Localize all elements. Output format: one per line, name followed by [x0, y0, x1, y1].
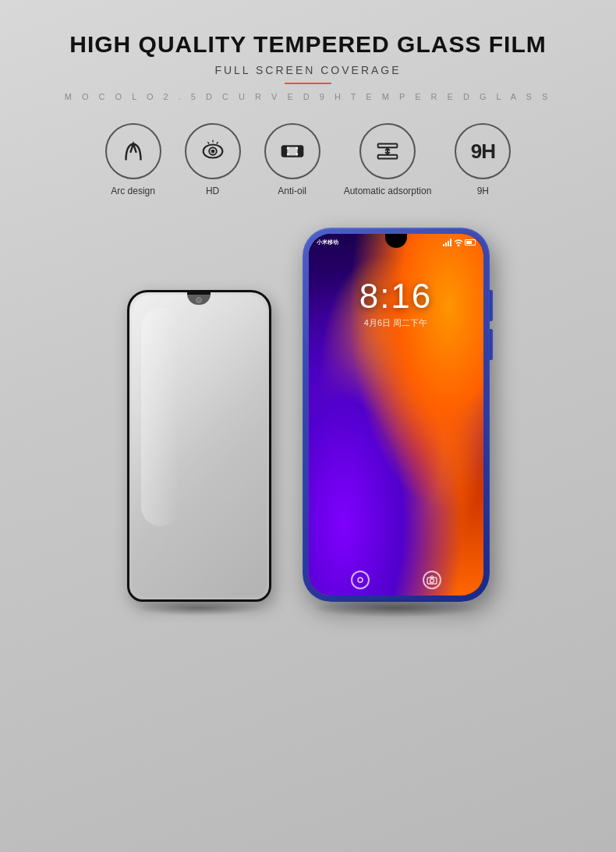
feature-circle-adsorption	[359, 123, 416, 179]
svg-line-4	[207, 142, 209, 143]
svg-line-5	[216, 142, 218, 143]
smartphone: 小米移动	[303, 228, 490, 602]
status-carrier: 小米移动	[317, 239, 338, 246]
glass-shape	[127, 290, 271, 602]
glass-shadow	[135, 600, 264, 616]
svg-rect-8	[297, 146, 303, 156]
phone-bottom-bar	[309, 571, 483, 589]
svg-rect-14	[378, 155, 398, 159]
main-title: HIGH QUALITY TEMPERED GLASS FILM	[69, 31, 546, 58]
svg-point-9	[287, 147, 289, 150]
svg-point-10	[287, 153, 289, 155]
feature-label-adsorption: Automatic adsorption	[344, 186, 432, 196]
glass-protector	[127, 290, 271, 602]
eye-icon	[198, 136, 228, 166]
svg-rect-13	[378, 144, 398, 148]
subtitle-underline	[285, 83, 331, 84]
feature-label-9h: 9H	[477, 186, 489, 196]
phone-body: 小米移动	[303, 228, 490, 602]
svg-rect-20	[450, 239, 451, 246]
9h-text-icon: 9H	[471, 140, 495, 164]
svg-point-2	[211, 150, 214, 154]
feature-label-arc: Arc design	[111, 186, 155, 196]
feature-adsorption: Automatic adsorption	[344, 123, 432, 196]
signal-icon	[443, 239, 452, 246]
time-display: 8:16	[309, 277, 483, 316]
battery-icon	[465, 239, 476, 246]
feature-anti-oil: Anti-oil	[264, 123, 320, 196]
feature-9h: 9H 9H	[455, 123, 511, 196]
feature-circle-hd	[185, 123, 241, 179]
feature-circle-9h: 9H	[455, 123, 511, 179]
phone-camera-icon	[423, 571, 441, 589]
feature-label-anti: Anti-oil	[278, 186, 306, 196]
svg-rect-18	[445, 242, 447, 246]
features-row: Arc design HD	[105, 123, 512, 196]
phone-screen: 小米移动	[309, 234, 483, 596]
feature-arc-design: Arc design	[105, 123, 161, 196]
phone-time: 8:16 4月6日 周二下午	[309, 277, 483, 329]
svg-point-11	[296, 147, 298, 150]
subtitle: FULL SCREEN COVERAGE	[214, 64, 401, 76]
phone-volume-up-button	[490, 290, 493, 321]
phone-shadow	[310, 599, 482, 617]
phones-area: 小米移动	[127, 228, 490, 602]
adsorption-icon	[373, 136, 402, 166]
phone-volume-down-button	[490, 329, 493, 360]
svg-point-22	[358, 578, 363, 582]
feature-circle-anti	[264, 123, 320, 179]
svg-rect-25	[430, 576, 434, 578]
phone-home-icon	[351, 571, 370, 589]
page-container: HIGH QUALITY TEMPERED GLASS FILM FULL SC…	[0, 0, 616, 852]
feature-hd: HD	[185, 123, 241, 196]
glass-highlight	[141, 308, 180, 526]
svg-point-21	[457, 245, 459, 247]
svg-rect-7	[281, 146, 287, 156]
arc-icon	[119, 136, 148, 166]
phone-status-bar: 小米移动	[317, 235, 476, 249]
film-icon	[278, 136, 307, 166]
wifi-icon	[454, 239, 463, 246]
feature-label-hd: HD	[206, 186, 219, 196]
feature-circle-arc	[105, 123, 161, 179]
svg-rect-19	[448, 241, 449, 246]
svg-point-12	[296, 153, 298, 155]
date-display: 4月6日 周二下午	[309, 317, 483, 329]
tagline: M O C O L O 2 . 5 D C U R V E D 9 H T E …	[65, 92, 552, 101]
svg-point-24	[430, 579, 434, 583]
status-icons	[443, 239, 476, 246]
svg-rect-17	[443, 244, 444, 246]
